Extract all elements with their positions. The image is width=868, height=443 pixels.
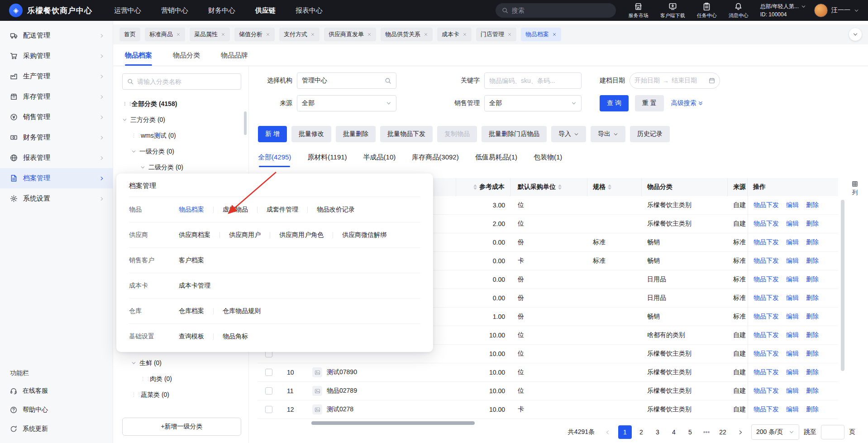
category-tab-0[interactable]: 全部(4295) <box>258 153 291 167</box>
dispatch-link[interactable]: 物品下发 <box>754 331 779 339</box>
tree-item-0[interactable]: ⋮⋮全部分类 (4158) <box>122 96 241 112</box>
tree-item-3[interactable]: 一级分类 (0) <box>122 144 241 159</box>
page-button-5[interactable]: 5 <box>683 425 697 439</box>
tree-item-5[interactable]: 生鲜 (0) <box>122 355 241 371</box>
sidebar-footer-item-0[interactable]: 在线客服 <box>0 381 113 400</box>
edit-link[interactable]: 编辑 <box>786 275 799 284</box>
popup-link[interactable]: 物品档案 <box>179 206 204 214</box>
edit-link[interactable]: 编辑 <box>786 405 799 414</box>
delete-link[interactable]: 删除 <box>806 368 819 376</box>
tab-chip-5[interactable]: 供应商直发单 <box>324 28 376 41</box>
tree-item-7[interactable]: ⋮⋮蔬菜类 (0) <box>122 387 241 403</box>
batch-dispatch-button[interactable]: 批量物品下发 <box>380 126 433 142</box>
chevron-down-icon[interactable] <box>131 149 136 154</box>
close-icon[interactable] <box>507 32 512 37</box>
delete-link[interactable]: 删除 <box>806 331 819 339</box>
delete-link[interactable]: 删除 <box>806 294 819 302</box>
chevron-down-icon[interactable] <box>140 165 145 170</box>
sidebar-item-3[interactable]: 库存管理 <box>0 87 113 107</box>
popup-link[interactable]: 成本卡管理 <box>179 282 210 290</box>
edit-link[interactable]: 编辑 <box>786 313 799 321</box>
next-page-button[interactable] <box>734 426 747 438</box>
jump-page-input[interactable] <box>821 425 844 439</box>
close-icon[interactable] <box>221 32 225 37</box>
delete-link[interactable]: 删除 <box>806 387 819 395</box>
dispatch-link[interactable]: 物品下发 <box>754 368 779 376</box>
sidebar-item-4[interactable]: 销售管理 <box>0 107 113 127</box>
category-tab-4[interactable]: 低值易耗品(1) <box>475 153 517 167</box>
query-button[interactable]: 查 询 <box>600 95 629 111</box>
close-icon[interactable] <box>367 32 372 37</box>
dispatch-link[interactable]: 物品下发 <box>754 201 779 209</box>
page-button-1[interactable]: 1 <box>618 425 632 439</box>
sort-icon[interactable] <box>608 184 611 190</box>
reset-button[interactable]: 重 置 <box>635 95 664 111</box>
advanced-search-link[interactable]: 高级搜索 <box>671 99 703 107</box>
source-select[interactable]: 全部 <box>297 95 396 111</box>
popup-link[interactable]: 供应商用户 <box>229 231 261 239</box>
popup-link[interactable]: 物品改价记录 <box>317 206 355 214</box>
edit-link[interactable]: 编辑 <box>786 350 799 358</box>
dispatch-link[interactable]: 物品下发 <box>754 313 779 321</box>
tab-chip-7[interactable]: 成本卡 <box>437 28 472 41</box>
popup-link[interactable]: 仓库档案 <box>179 307 204 315</box>
top-nav-item-3[interactable]: 供应链 <box>255 6 276 15</box>
tab-chip-1[interactable]: 标准商品 <box>145 28 185 41</box>
dispatch-link[interactable]: 物品下发 <box>754 238 779 246</box>
top-nav-item-2[interactable]: 财务中心 <box>208 6 235 15</box>
top-nav-item-4[interactable]: 报表中心 <box>296 6 323 15</box>
tree-item-6[interactable]: ⋮⋮肉类 (0) <box>122 371 241 387</box>
delete-link[interactable]: 删除 <box>806 313 819 321</box>
dispatch-link[interactable]: 物品下发 <box>754 387 779 395</box>
sort-icon[interactable] <box>558 184 562 190</box>
edit-link[interactable]: 编辑 <box>786 331 799 339</box>
popup-link[interactable]: 供应商档案 <box>179 231 210 239</box>
dispatch-link[interactable]: 物品下发 <box>754 350 779 358</box>
sidebar-footer-item-2[interactable]: 系统更新 <box>0 419 113 438</box>
sidebar-item-1[interactable]: 采购管理 <box>0 46 113 66</box>
delete-link[interactable]: 删除 <box>806 220 819 228</box>
popup-link[interactable]: 供应商微信解绑 <box>342 231 386 239</box>
edit-link[interactable]: 编辑 <box>786 257 799 265</box>
chevron-down-icon[interactable] <box>131 361 136 366</box>
dispatch-link[interactable]: 物品下发 <box>754 257 779 265</box>
sidebar-footer-item-1[interactable]: 帮助中心 <box>0 400 113 419</box>
edit-link[interactable]: 编辑 <box>786 368 799 376</box>
global-search-input[interactable] <box>512 7 593 14</box>
sidebar-item-5[interactable]: 财务管理 <box>0 127 113 148</box>
page-button-3[interactable]: 3 <box>651 425 664 439</box>
sales-select[interactable]: 全部 <box>484 95 582 111</box>
tab-chip-3[interactable]: 储值分析 <box>234 28 275 41</box>
dispatch-link[interactable]: 物品下发 <box>754 294 779 302</box>
page-button-22[interactable]: 22 <box>716 425 730 439</box>
copy-item-button[interactable]: 复制物品 <box>437 126 477 142</box>
close-icon[interactable] <box>424 32 428 37</box>
module-tab-2[interactable]: 物品品牌 <box>221 51 248 66</box>
popup-link[interactable]: 成套件管理 <box>267 206 298 214</box>
tab-chip-4[interactable]: 支付方式 <box>279 28 320 41</box>
chevron-down-icon[interactable] <box>122 117 127 122</box>
category-tab-1[interactable]: 原材料(1191) <box>307 153 347 167</box>
page-size-select[interactable]: 200 条/页 <box>751 424 799 440</box>
date-range-picker[interactable]: 开始日期 → 结束日期 <box>630 72 720 89</box>
popup-link[interactable]: 虚拟物品 <box>223 206 248 214</box>
edit-link[interactable]: 编辑 <box>786 238 799 246</box>
quick-link-tasks[interactable]: 任务中心 <box>697 2 717 19</box>
tree-item-2[interactable]: ⋮⋮wms测试 (0) <box>122 128 241 144</box>
popup-link[interactable]: 查询模板 <box>179 332 204 341</box>
edit-link[interactable]: 编辑 <box>786 201 799 209</box>
popup-link[interactable]: 仓库物品规则 <box>223 307 261 315</box>
user-menu[interactable]: 汪一一 <box>814 4 859 17</box>
edit-link[interactable]: 编辑 <box>786 294 799 302</box>
module-tab-1[interactable]: 物品分类 <box>173 51 200 66</box>
quick-link-store[interactable]: 服务市场 <box>629 2 649 19</box>
batch-edit-button[interactable]: 批量修改 <box>291 126 331 142</box>
keyword-input[interactable] <box>489 77 577 84</box>
export-button[interactable]: 导出 <box>591 126 625 142</box>
edit-link[interactable]: 编辑 <box>786 220 799 228</box>
delete-link[interactable]: 删除 <box>806 275 819 284</box>
close-icon[interactable] <box>266 32 270 37</box>
batch-delete-button[interactable]: 批量删除 <box>336 126 376 142</box>
keyword-input-box[interactable] <box>484 72 582 89</box>
tabs-overflow-button[interactable] <box>849 28 862 41</box>
